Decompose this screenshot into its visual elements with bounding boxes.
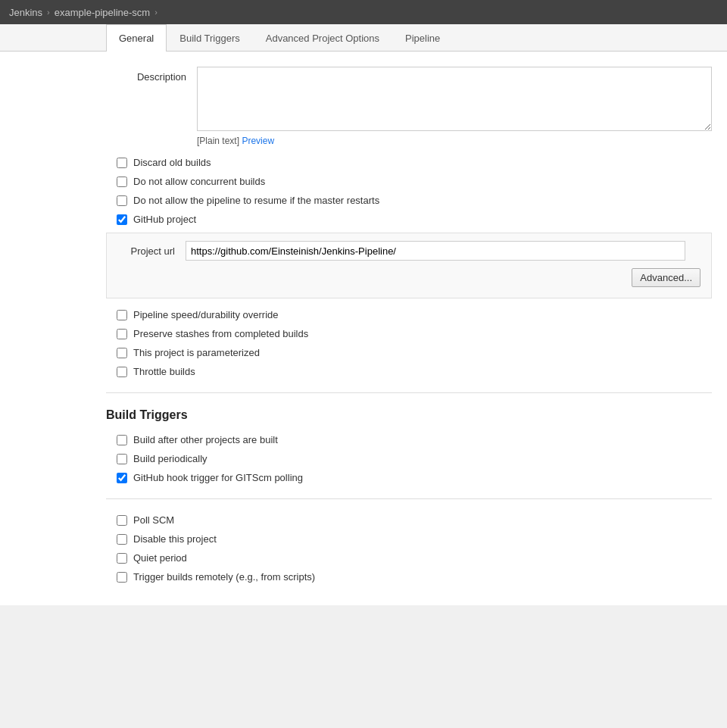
build-after-other-checkbox[interactable] bbox=[117, 435, 127, 445]
preview-link[interactable]: Preview bbox=[242, 136, 274, 146]
checkboxes-group-1: Discard old builds Do not allow concurre… bbox=[106, 157, 712, 225]
pipeline-link[interactable]: example-pipeline-scm bbox=[55, 7, 150, 18]
checkboxes-group-2: Pipeline speed/durability override Prese… bbox=[106, 309, 712, 377]
poll-scm-label[interactable]: Poll SCM bbox=[133, 514, 174, 526]
checkbox-pipeline-speed: Pipeline speed/durability override bbox=[106, 309, 712, 320]
project-url-control bbox=[186, 241, 700, 261]
build-periodically-checkbox[interactable] bbox=[117, 454, 127, 464]
checkbox-discard-old-builds: Discard old builds bbox=[106, 157, 712, 168]
checkbox-no-concurrent: Do not allow concurrent builds bbox=[106, 176, 712, 187]
checkbox-preserve-stashes: Preserve stashes from completed builds bbox=[106, 328, 712, 339]
throttle-builds-label[interactable]: Throttle builds bbox=[133, 366, 195, 377]
jenkins-home-link[interactable]: Jenkins bbox=[9, 7, 42, 18]
github-hook-trigger-checkbox[interactable] bbox=[117, 473, 127, 483]
trigger-remotely-label[interactable]: Trigger builds remotely (e.g., from scri… bbox=[133, 571, 315, 583]
build-periodically-label[interactable]: Build periodically bbox=[133, 453, 207, 464]
no-resume-pipeline-checkbox[interactable] bbox=[117, 195, 127, 206]
plain-text-hint: [Plain text] Preview bbox=[197, 136, 712, 146]
project-url-row: Project url bbox=[117, 241, 700, 261]
section-divider-2 bbox=[106, 498, 712, 499]
checkbox-github-hook-trigger: GitHub hook trigger for GITScm polling bbox=[106, 472, 712, 483]
build-triggers-heading: Build Triggers bbox=[106, 408, 712, 422]
preserve-stashes-checkbox[interactable] bbox=[117, 329, 127, 339]
build-after-other-label[interactable]: Build after other projects are built bbox=[133, 434, 278, 445]
advanced-button[interactable]: Advanced... bbox=[632, 268, 700, 287]
checkbox-build-periodically: Build periodically bbox=[106, 453, 712, 464]
github-project-checkbox[interactable] bbox=[117, 214, 127, 225]
poll-scm-checkbox[interactable] bbox=[117, 515, 127, 526]
checkbox-parameterized: This project is parameterized bbox=[106, 347, 712, 358]
tab-advanced-project-options[interactable]: Advanced Project Options bbox=[253, 24, 392, 52]
project-url-label: Project url bbox=[117, 241, 186, 257]
tab-build-triggers[interactable]: Build Triggers bbox=[167, 24, 252, 52]
discard-old-builds-label[interactable]: Discard old builds bbox=[133, 157, 211, 168]
content-area: Description [Plain text] Preview Discard… bbox=[0, 52, 727, 605]
description-row: Description [Plain text] Preview bbox=[106, 67, 712, 146]
tabs-bar: General Build Triggers Advanced Project … bbox=[0, 24, 727, 52]
github-project-label[interactable]: GitHub project bbox=[133, 214, 196, 225]
advanced-row: Advanced... bbox=[117, 268, 700, 287]
checkbox-disable-project: Disable this project bbox=[106, 533, 712, 545]
checkbox-throttle-builds: Throttle builds bbox=[106, 366, 712, 377]
quiet-period-label[interactable]: Quiet period bbox=[133, 552, 187, 564]
preserve-stashes-label[interactable]: Preserve stashes from completed builds bbox=[133, 328, 308, 339]
tab-pipeline[interactable]: Pipeline bbox=[392, 24, 453, 52]
checkbox-poll-scm: Poll SCM bbox=[106, 514, 712, 526]
description-label: Description bbox=[106, 67, 197, 83]
trigger-remotely-checkbox[interactable] bbox=[117, 572, 127, 583]
github-hook-trigger-label[interactable]: GitHub hook trigger for GITScm polling bbox=[133, 472, 303, 483]
checkbox-trigger-remotely: Trigger builds remotely (e.g., from scri… bbox=[106, 571, 712, 583]
description-control: [Plain text] Preview bbox=[197, 67, 712, 146]
topbar: Jenkins › example-pipeline-scm › bbox=[0, 0, 727, 24]
main-content: General Build Triggers Advanced Project … bbox=[0, 24, 727, 605]
project-url-input[interactable] bbox=[186, 241, 685, 261]
build-triggers-group-1: Build after other projects are built Bui… bbox=[106, 434, 712, 483]
breadcrumb-sep-2: › bbox=[154, 8, 158, 17]
build-triggers-group-2: Poll SCM Disable this project Quiet peri… bbox=[106, 514, 712, 583]
quiet-period-checkbox[interactable] bbox=[117, 553, 127, 564]
disable-project-checkbox[interactable] bbox=[117, 534, 127, 545]
description-textarea[interactable] bbox=[197, 67, 712, 131]
checkbox-github-project: GitHub project bbox=[106, 214, 712, 225]
pipeline-speed-checkbox[interactable] bbox=[117, 310, 127, 320]
checkbox-build-after-other: Build after other projects are built bbox=[106, 434, 712, 445]
checkbox-quiet-period: Quiet period bbox=[106, 552, 712, 564]
no-concurrent-builds-checkbox[interactable] bbox=[117, 177, 127, 187]
checkbox-no-resume: Do not allow the pipeline to resume if t… bbox=[106, 195, 712, 206]
parameterized-checkbox[interactable] bbox=[117, 348, 127, 358]
breadcrumb-sep-1: › bbox=[47, 8, 50, 17]
github-project-section: Project url Advanced... bbox=[106, 233, 712, 298]
parameterized-label[interactable]: This project is parameterized bbox=[133, 347, 260, 358]
no-resume-pipeline-label[interactable]: Do not allow the pipeline to resume if t… bbox=[133, 195, 379, 206]
pipeline-speed-label[interactable]: Pipeline speed/durability override bbox=[133, 309, 279, 320]
tab-general[interactable]: General bbox=[106, 24, 167, 52]
discard-old-builds-checkbox[interactable] bbox=[117, 158, 127, 168]
plain-text-label: [Plain text] bbox=[197, 136, 239, 146]
throttle-builds-checkbox[interactable] bbox=[117, 367, 127, 377]
section-divider-1 bbox=[106, 392, 712, 393]
disable-project-label[interactable]: Disable this project bbox=[133, 533, 217, 545]
no-concurrent-builds-label[interactable]: Do not allow concurrent builds bbox=[133, 176, 265, 187]
